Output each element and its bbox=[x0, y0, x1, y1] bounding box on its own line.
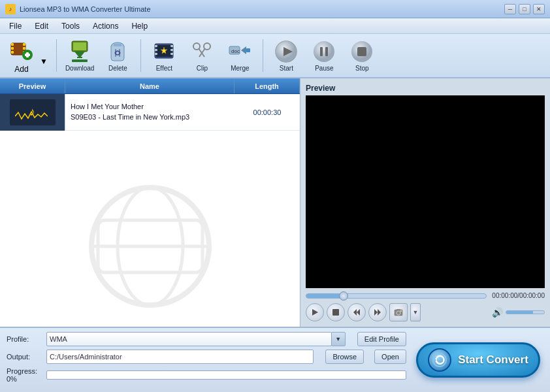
svg-marker-59 bbox=[435, 357, 437, 361]
pause-button[interactable]: Pause bbox=[306, 37, 342, 74]
preview-label: Preview bbox=[306, 84, 545, 93]
svg-rect-25 bbox=[170, 49, 173, 51]
app-icon: ♪ bbox=[5, 4, 16, 14]
svg-rect-22 bbox=[155, 49, 157, 51]
effect-label: Effect bbox=[156, 65, 172, 72]
output-label: Output: bbox=[7, 353, 42, 361]
edit-profile-button[interactable]: Edit Profile bbox=[357, 332, 406, 346]
svg-rect-41 bbox=[325, 47, 328, 56]
delete-icon bbox=[106, 40, 129, 63]
progress-label: Progress: 0% bbox=[7, 367, 42, 383]
svg-rect-43 bbox=[357, 47, 366, 56]
progress-bar bbox=[46, 370, 406, 380]
add-button-group: Add ▼ bbox=[5, 37, 51, 74]
bottom-panel: Profile: ▼ Edit Profile Output: Browse O… bbox=[0, 327, 550, 392]
svg-rect-13 bbox=[77, 57, 82, 58]
video-screen bbox=[306, 95, 545, 288]
time-display: 00:00:00/00:00:00 bbox=[492, 292, 545, 299]
snapshot-dropdown[interactable]: ▼ bbox=[410, 303, 421, 321]
svg-rect-26 bbox=[170, 53, 173, 55]
effect-button[interactable]: Effect bbox=[146, 37, 182, 74]
svg-rect-23 bbox=[155, 53, 157, 55]
volume-icon[interactable]: 🔊 bbox=[492, 307, 503, 318]
snapshot-button[interactable] bbox=[389, 303, 408, 321]
menu-actions[interactable]: Actions bbox=[86, 20, 125, 33]
svg-rect-35 bbox=[246, 48, 250, 52]
file-thumbnail: ♪ bbox=[0, 94, 65, 131]
stop-ctrl-button[interactable] bbox=[327, 303, 345, 321]
start-convert-label: Start Convert bbox=[458, 353, 528, 367]
file-list-header: Preview Name Length bbox=[0, 78, 300, 94]
clip-button[interactable]: Clip bbox=[184, 37, 219, 74]
maximize-button[interactable]: □ bbox=[519, 4, 530, 14]
svg-text:doc: doc bbox=[231, 48, 240, 54]
download-icon bbox=[68, 40, 91, 63]
stop-button[interactable]: Stop bbox=[344, 37, 380, 74]
toolbar: Add ▼ Download bbox=[0, 34, 550, 78]
chevron-down-icon: ▼ bbox=[40, 57, 48, 66]
clip-label: Clip bbox=[197, 65, 208, 72]
col-header-length: Length bbox=[235, 78, 300, 93]
file-name: How I Met Your MotherS09E03 - Last Time … bbox=[65, 99, 235, 125]
merge-icon: doc bbox=[228, 40, 251, 63]
start-button[interactable]: Start bbox=[268, 37, 304, 74]
merge-button[interactable]: doc Merge bbox=[222, 37, 257, 74]
svg-marker-52 bbox=[374, 309, 378, 316]
svg-rect-4 bbox=[23, 43, 25, 46]
svg-rect-3 bbox=[11, 51, 14, 54]
output-input[interactable] bbox=[46, 350, 314, 364]
forward-button[interactable] bbox=[368, 303, 387, 321]
volume-control: 🔊 bbox=[492, 307, 545, 318]
minimize-button[interactable]: ─ bbox=[504, 4, 516, 14]
seekbar[interactable] bbox=[306, 293, 487, 299]
svg-rect-1 bbox=[11, 43, 14, 46]
menu-help[interactable]: Help bbox=[125, 20, 154, 33]
volume-bar[interactable] bbox=[506, 310, 545, 314]
rewind-button[interactable] bbox=[348, 303, 366, 321]
svg-rect-21 bbox=[155, 45, 157, 47]
open-button[interactable]: Open bbox=[374, 350, 406, 364]
convert-icon bbox=[428, 348, 451, 372]
col-header-preview: Preview bbox=[0, 78, 65, 93]
preview-panel: Preview 00:00:00/00:00:00 bbox=[300, 78, 550, 327]
svg-rect-18 bbox=[114, 44, 121, 46]
merge-label: Merge bbox=[231, 65, 249, 72]
col-header-name: Name bbox=[65, 78, 235, 93]
menu-edit[interactable]: Edit bbox=[28, 20, 55, 33]
playback-controls: ▼ 🔊 bbox=[306, 303, 545, 321]
table-row[interactable]: ♪ How I Met Your MotherS09E03 - Last Tim… bbox=[0, 94, 300, 131]
add-label: Add bbox=[14, 65, 28, 74]
add-icon bbox=[10, 38, 33, 63]
play-button[interactable] bbox=[306, 303, 324, 321]
close-button[interactable]: ✕ bbox=[533, 4, 545, 14]
profile-input[interactable] bbox=[46, 332, 332, 346]
download-button[interactable]: Download bbox=[62, 37, 97, 74]
toolbar-separator-2 bbox=[140, 39, 141, 72]
profile-dropdown-icon[interactable]: ▼ bbox=[331, 332, 346, 346]
profile-label: Profile: bbox=[7, 335, 42, 343]
start-convert-button[interactable]: Start Convert bbox=[416, 342, 540, 378]
progress-row: Progress: 0% bbox=[7, 367, 406, 383]
seekbar-thumb[interactable] bbox=[339, 291, 348, 301]
title-bar: ♪ Lionsea MP3 to WMA Converter Ultimate … bbox=[0, 0, 550, 18]
svg-point-57 bbox=[400, 310, 402, 312]
effect-icon bbox=[152, 40, 176, 63]
add-button[interactable]: Add bbox=[5, 37, 38, 74]
start-label: Start bbox=[280, 65, 293, 72]
pause-icon bbox=[312, 40, 336, 63]
svg-marker-48 bbox=[312, 309, 318, 316]
add-dropdown-arrow[interactable]: ▼ bbox=[38, 37, 51, 74]
clip-icon bbox=[190, 40, 214, 63]
svg-rect-47 bbox=[98, 220, 202, 272]
seekbar-row: 00:00:00/00:00:00 bbox=[306, 292, 545, 299]
browse-button[interactable]: Browse bbox=[325, 350, 364, 364]
svg-rect-11 bbox=[73, 42, 86, 50]
menu-tools[interactable]: Tools bbox=[55, 20, 86, 33]
delete-button[interactable]: Delete bbox=[100, 37, 135, 74]
svg-rect-24 bbox=[170, 45, 173, 47]
svg-rect-56 bbox=[396, 309, 400, 310]
window-controls: ─ □ ✕ bbox=[504, 4, 545, 14]
file-length: 00:00:30 bbox=[235, 108, 300, 116]
profile-row: Profile: ▼ Edit Profile bbox=[7, 332, 406, 346]
menu-file[interactable]: File bbox=[3, 20, 28, 33]
